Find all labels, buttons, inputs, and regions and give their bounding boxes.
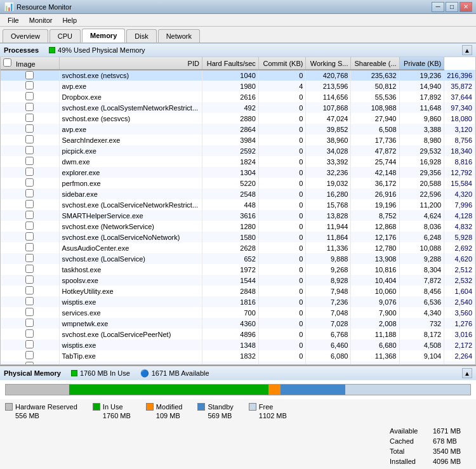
process-name: svchost.exe (LocalServiceNoNetwork) <box>59 232 202 242</box>
table-row[interactable]: svchost.exe (NetworkService)1280011,9441… <box>1 221 475 232</box>
process-data-cell: 8,980 <box>399 135 444 145</box>
row-checkbox[interactable] <box>25 189 34 197</box>
table-row[interactable]: avp.exe19804213,59650,81214,94035,872 <box>1 81 475 91</box>
row-checkbox[interactable] <box>25 243 34 251</box>
process-data-cell: 1972 <box>202 264 258 275</box>
row-checkbox[interactable] <box>25 124 34 133</box>
select-all-checkbox[interactable] <box>3 58 11 67</box>
row-checkbox[interactable] <box>25 114 34 122</box>
row-checkbox[interactable] <box>25 211 34 219</box>
menu-file[interactable]: File <box>3 15 24 25</box>
col-image[interactable]: Image <box>1 57 59 70</box>
stats-label: Cached <box>390 436 428 446</box>
row-checkbox[interactable] <box>25 221 34 230</box>
row-checkbox[interactable] <box>25 275 34 284</box>
tab-disk[interactable]: Disk <box>126 29 156 43</box>
row-checkbox[interactable] <box>25 135 34 143</box>
process-data-cell: 6,680 <box>351 340 399 350</box>
process-data-cell: 9,076 <box>351 296 399 307</box>
process-name: services.exe <box>59 307 202 318</box>
table-row[interactable]: svchost.exe (LocalService)65209,88813,90… <box>1 253 475 264</box>
col-pid[interactable]: PID <box>59 57 202 70</box>
table-row[interactable]: taskhost.exe197209,26810,8168,3042,512 <box>1 264 475 275</box>
tab-cpu[interactable]: CPU <box>50 29 81 43</box>
col-commit[interactable]: Commit (KB) <box>258 57 306 70</box>
row-checkbox[interactable] <box>25 297 34 305</box>
table-row[interactable]: SMARTHelperService.exe3616013,8288,7524,… <box>1 210 475 221</box>
row-checkbox[interactable] <box>25 200 34 208</box>
row-checkbox[interactable] <box>25 232 34 241</box>
col-private[interactable]: Private (KB) <box>399 57 444 70</box>
col-shareable[interactable]: Shareable (... <box>351 57 399 70</box>
table-row[interactable]: svchost.exe (LocalServiceNetworkRestrict… <box>1 199 475 210</box>
processes-header[interactable]: Processes 49% Used Physical Memory ▲ <box>0 43 476 57</box>
process-data-cell: 6,248 <box>399 232 444 242</box>
process-name: svchost.exe (LocalServiceNetworkRestrict… <box>59 199 202 210</box>
table-row[interactable]: explorer.exe1304032,23642,14829,35612,79… <box>1 167 475 178</box>
tab-memory[interactable]: Memory <box>82 29 125 43</box>
row-checkbox[interactable] <box>25 265 34 273</box>
table-row[interactable]: svchost.exe (LocalSystemNetworkRestrict.… <box>1 102 475 113</box>
table-row[interactable]: SearchIndexer.exe3984038,96017,7368,9808… <box>1 135 475 145</box>
physical-memory-collapse-button[interactable]: ▲ <box>462 368 472 378</box>
table-row[interactable]: spoolsv.exe154408,92810,4047,8722,532 <box>1 275 475 286</box>
row-checkbox[interactable] <box>25 168 34 176</box>
row-checkbox[interactable] <box>25 81 34 89</box>
process-name: spoolsv.exe <box>59 275 202 286</box>
row-checkbox[interactable] <box>25 329 34 338</box>
process-data-cell: 8,172 <box>399 329 444 340</box>
row-checkbox[interactable] <box>25 340 34 348</box>
col-hard-faults[interactable]: Hard Faults/sec <box>202 57 258 70</box>
process-data-cell: 0 <box>258 264 306 275</box>
row-checkbox[interactable] <box>25 319 34 327</box>
row-checkbox[interactable] <box>25 254 34 262</box>
table-row[interactable]: wisptis.exe181607,2369,0766,5362,540 <box>1 296 475 307</box>
process-data-cell: 6,460 <box>306 340 351 350</box>
row-checkbox[interactable] <box>25 146 34 154</box>
row-checkbox[interactable] <box>25 286 34 294</box>
process-data-cell: 2880 <box>202 113 258 124</box>
row-checkbox[interactable] <box>25 92 34 100</box>
physical-memory-header[interactable]: Physical Memory 1760 MB In Use 🔵 1671 MB… <box>0 366 476 380</box>
table-row[interactable]: dwm.exe1824033,39225,74416,9288,816 <box>1 156 475 167</box>
minimize-button[interactable]: ─ <box>432 2 444 12</box>
table-row[interactable]: avp.exe2864039,8526,5083,3883,120 <box>1 124 475 135</box>
process-data-cell: 11,864 <box>306 232 351 242</box>
row-checkbox[interactable] <box>25 178 34 187</box>
row-checkbox[interactable] <box>25 157 34 165</box>
process-data-cell: 13,908 <box>351 253 399 264</box>
table-row[interactable]: services.exe70007,0487,9004,3403,560 <box>1 307 475 318</box>
maximize-button[interactable]: □ <box>446 2 458 12</box>
legend-color-swatch <box>197 403 205 411</box>
process-data-cell: 17,736 <box>351 135 399 145</box>
processes-collapse-button[interactable]: ▲ <box>462 45 472 55</box>
processes-table-container[interactable]: Image PID Hard Faults/sec Commit (KB) Wo… <box>0 57 476 365</box>
row-checkbox[interactable] <box>25 351 34 359</box>
process-data-cell: 235,632 <box>351 70 399 81</box>
table-row[interactable]: AsusAudioCenter.exe2628011,33612,78010,0… <box>1 242 475 253</box>
row-checkbox[interactable] <box>25 71 34 79</box>
table-row[interactable]: svchost.exe (LocalServicePeerNet)489606,… <box>1 329 475 340</box>
table-row[interactable]: svchost.exe (LocalServiceNoNetwork)15800… <box>1 232 475 242</box>
row-checkbox[interactable] <box>25 308 34 316</box>
process-data-cell: 0 <box>258 318 306 329</box>
table-row[interactable]: picpick.exe2592034,02847,87229,53218,340 <box>1 145 475 156</box>
menu-monitor[interactable]: Monitor <box>24 15 58 25</box>
table-row[interactable]: svchost.exe (netsvcs)10400420,768235,632… <box>1 70 475 81</box>
close-button[interactable]: ✕ <box>459 2 472 12</box>
tab-network[interactable]: Network <box>158 29 200 43</box>
table-row[interactable]: sidebar.exe2548016,28026,91622,5964,320 <box>1 188 475 199</box>
process-data-cell: 7,872 <box>399 275 444 286</box>
tab-overview[interactable]: Overview <box>3 29 48 43</box>
table-row[interactable]: perfmon.exe5220019,03236,17220,58815,584 <box>1 178 475 188</box>
menu-help[interactable]: Help <box>57 15 82 25</box>
table-row[interactable]: wmpnetwk.exe436007,0282,0087321,276 <box>1 318 475 329</box>
table-row[interactable]: Dropbox.exe26160114,65655,53617,89237,64… <box>1 91 475 102</box>
col-working-set[interactable]: Working S... <box>306 57 351 70</box>
table-row[interactable]: wisptis.exe134806,4606,6804,5082,172 <box>1 340 475 350</box>
row-checkbox[interactable] <box>25 103 34 111</box>
table-row[interactable]: TabTip.exe183206,08011,3689,1042,264 <box>1 350 475 361</box>
table-row[interactable]: svchost.exe (secsvcs)2880047,02427,9409,… <box>1 113 475 124</box>
process-data-cell: 2,264 <box>444 350 475 361</box>
table-row[interactable]: HotkeyUtility.exe284807,94810,0608,4561,… <box>1 286 475 296</box>
